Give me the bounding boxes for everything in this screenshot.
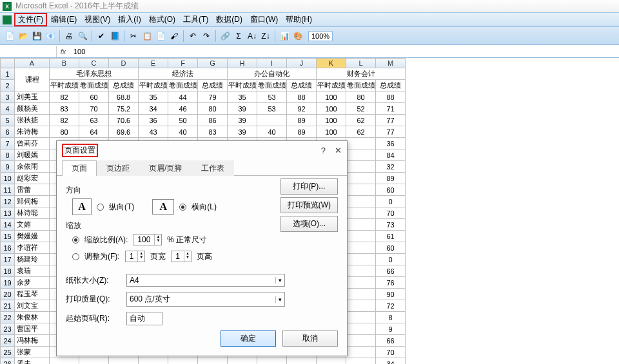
data-cell[interactable] [168, 358, 198, 365]
fit-tall-spinner[interactable]: 1 ▲▼ [171, 251, 192, 262]
data-cell[interactable]: 84 [376, 149, 406, 161]
fit-wide-spinner[interactable]: 1 ▲▼ [125, 251, 146, 262]
data-cell[interactable]: 36 [139, 115, 168, 126]
name-cell[interactable]: 李谊祥 [15, 242, 50, 254]
tab-header-footer[interactable]: 页眉/页脚 [139, 160, 192, 176]
subheader-cell[interactable]: 卷面成绩 [79, 80, 109, 91]
data-cell[interactable]: 82 [50, 115, 79, 126]
data-cell[interactable]: 35 [228, 91, 257, 103]
copy-icon[interactable]: 📋 [141, 30, 153, 42]
data-cell[interactable]: 60 [376, 184, 406, 196]
data-cell[interactable]: 35 [139, 91, 168, 103]
data-cell[interactable]: 80 [346, 91, 376, 103]
first-page-field[interactable]: 自动 [126, 312, 162, 325]
name-cell[interactable]: 余梦 [15, 277, 50, 289]
print-button[interactable]: 打印(P)... [280, 178, 338, 195]
data-cell[interactable]: 72 [376, 300, 406, 312]
row-hdr[interactable]: 4 [1, 103, 15, 115]
tab-sheet[interactable]: 工作表 [192, 160, 234, 176]
data-cell[interactable] [346, 347, 376, 358]
data-cell[interactable]: 50 [168, 115, 198, 126]
data-cell[interactable]: 83 [50, 103, 79, 115]
portrait-radio[interactable] [97, 204, 104, 211]
row-hdr[interactable]: 6 [1, 126, 15, 138]
data-cell[interactable]: 80 [50, 126, 79, 138]
subheader-cell[interactable]: 平时成绩 [317, 80, 346, 91]
cell-jingji[interactable]: 经济法 [139, 68, 228, 80]
data-cell[interactable]: 52 [346, 103, 376, 115]
data-cell[interactable]: 39 [228, 103, 257, 115]
name-cell[interactable]: 樊嫚嫚 [15, 231, 50, 242]
options-button[interactable]: 选项(O)... [280, 216, 338, 232]
ok-button[interactable]: 确定 [221, 330, 276, 347]
chart-icon[interactable]: 📊 [279, 30, 290, 42]
landscape-radio[interactable] [179, 204, 186, 211]
data-cell[interactable]: 43 [139, 126, 168, 138]
mail-icon[interactable]: 📧 [44, 30, 56, 42]
data-cell[interactable]: 0 [376, 196, 406, 207]
format-painter-icon[interactable]: 🖌 [168, 30, 180, 42]
name-cell[interactable]: 雷蕾 [15, 184, 50, 196]
close-icon[interactable]: ✕ [335, 146, 342, 155]
data-cell[interactable]: 61 [376, 231, 406, 242]
name-cell[interactable]: 赵彩宏 [15, 173, 50, 184]
name-cell[interactable]: 曹国平 [15, 323, 50, 335]
data-cell[interactable]: 82 [50, 91, 79, 103]
data-cell[interactable] [346, 138, 376, 149]
menu-file[interactable]: 文件(F) [14, 13, 47, 26]
cell-course[interactable]: 课程 [15, 68, 50, 91]
help-icon[interactable]: ? [321, 146, 326, 155]
row-hdr[interactable]: 5 [1, 115, 15, 126]
paste-icon[interactable]: 📄 [155, 30, 166, 42]
name-cell[interactable]: 程玉琴 [15, 289, 50, 300]
data-cell[interactable]: 86 [198, 115, 228, 126]
data-cell[interactable] [346, 358, 376, 365]
name-cell[interactable]: 曾莉芬 [15, 138, 50, 149]
row-hdr[interactable]: 21 [1, 300, 15, 312]
data-cell[interactable]: 100 [317, 91, 346, 103]
data-cell[interactable]: 68.8 [109, 91, 139, 103]
data-cell[interactable] [346, 254, 376, 265]
data-cell[interactable]: 89 [287, 126, 317, 138]
row-hdr[interactable]: 22 [1, 312, 15, 323]
data-cell[interactable] [346, 323, 376, 335]
data-cell[interactable] [346, 231, 376, 242]
data-cell[interactable]: 39 [228, 115, 257, 126]
data-cell[interactable]: 36 [376, 138, 406, 149]
name-cell[interactable]: 刘美玉 [15, 91, 50, 103]
research-icon[interactable]: 📘 [109, 30, 121, 42]
data-cell[interactable] [257, 358, 287, 365]
row-hdr[interactable]: 9 [1, 161, 15, 173]
name-cell[interactable]: 朱俊林 [15, 312, 50, 323]
data-cell[interactable] [346, 207, 376, 219]
name-cell[interactable]: 冯林梅 [15, 335, 50, 347]
subheader-cell[interactable]: 总成绩 [198, 80, 228, 91]
data-cell[interactable] [346, 173, 376, 184]
drawing-icon[interactable]: 🎨 [292, 30, 304, 42]
data-cell[interactable]: 70.6 [109, 115, 139, 126]
col-K[interactable]: K [317, 59, 346, 68]
data-cell[interactable] [228, 358, 257, 365]
data-cell[interactable]: 83 [198, 126, 228, 138]
data-cell[interactable]: 66 [376, 265, 406, 277]
data-cell[interactable]: 76 [376, 277, 406, 289]
row-hdr[interactable]: 20 [1, 289, 15, 300]
col-J[interactable]: J [287, 59, 317, 68]
data-cell[interactable]: 89 [376, 173, 406, 184]
undo-icon[interactable]: ↶ [187, 30, 199, 42]
data-cell[interactable]: 60 [376, 242, 406, 254]
row-hdr[interactable]: 24 [1, 335, 15, 347]
row-hdr[interactable]: 18 [1, 265, 15, 277]
name-cell[interactable]: 袁瑞 [15, 265, 50, 277]
data-cell[interactable]: 34 [376, 358, 406, 365]
row-hdr[interactable]: 16 [1, 242, 15, 254]
row-hdr[interactable]: 25 [1, 347, 15, 358]
row-hdr-1[interactable]: 1 [1, 68, 15, 80]
save-icon[interactable]: 💾 [31, 30, 43, 42]
col-M[interactable]: M [376, 59, 406, 68]
data-cell[interactable]: 63 [79, 115, 109, 126]
col-H[interactable]: H [228, 59, 257, 68]
data-cell[interactable]: 60 [79, 91, 109, 103]
subheader-cell[interactable]: 总成绩 [376, 80, 406, 91]
name-cell[interactable]: 郅伺梅 [15, 196, 50, 207]
